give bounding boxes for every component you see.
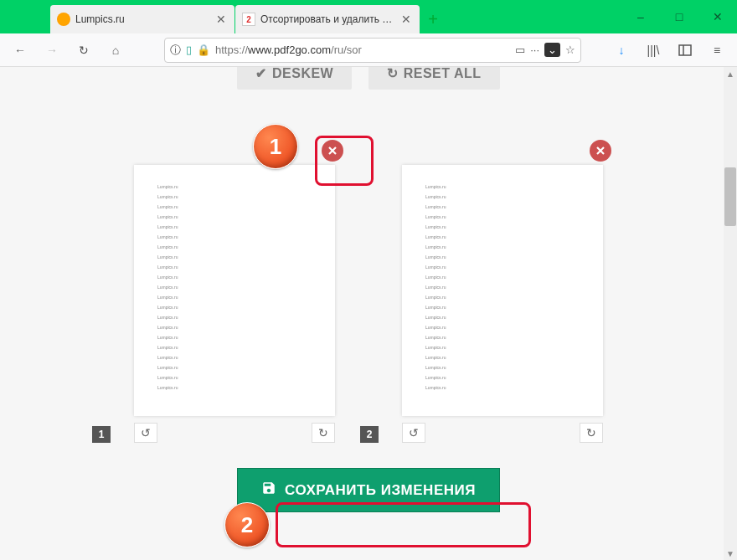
rotate-ccw-button[interactable]: ↺ (134, 423, 157, 443)
new-tab-button[interactable]: + (420, 5, 446, 33)
page-content: ▲ ▼ ✔ DESKEW ↻ RESET ALL 1 Lumpics.ruLum… (0, 67, 737, 560)
svg-rect-0 (679, 45, 691, 55)
forward-button[interactable]: → (39, 37, 65, 64)
rotate-ccw-button[interactable]: ↺ (402, 423, 425, 443)
favicon-pdf2go-icon: 2 (242, 13, 255, 26)
pocket-icon[interactable]: ⌄ (544, 43, 560, 57)
save-changes-button[interactable]: СОХРАНИТЬ ИЗМЕНЕНИЯ (237, 468, 500, 512)
delete-page-button[interactable] (322, 140, 343, 162)
bookmark-star-icon[interactable]: ☆ (565, 44, 575, 56)
rotate-cw-button[interactable]: ↻ (312, 423, 335, 443)
page-thumbnails-row: 1 Lumpics.ruLumpics.ruLumpics.ruLumpics.… (0, 165, 737, 443)
tab-pdf2go[interactable]: 2 Отсортировать и удалить — О... ✕ (235, 5, 420, 33)
refresh-icon: ↻ (387, 67, 399, 81)
url-text: https://www.pdf2go.com/ru/sor (215, 44, 510, 56)
close-window-button[interactable]: ✕ (698, 0, 737, 33)
page-preview: Lumpics.ruLumpics.ruLumpics.ruLumpics.ru… (402, 165, 603, 416)
save-disk-icon (261, 480, 276, 500)
minimize-button[interactable]: – (621, 0, 660, 33)
page-number-badge: 1 (92, 426, 111, 443)
delete-page-button[interactable] (590, 140, 611, 162)
page-thumbnail-2[interactable]: 2 Lumpics.ruLumpics.ruLumpics.ruLumpics.… (402, 165, 603, 443)
top-actions: ✔ DESKEW ↻ RESET ALL (0, 67, 737, 90)
lock-icon: 🔒 (197, 44, 210, 56)
tab-label: Отсортировать и удалить — О... (260, 13, 399, 25)
check-icon: ✔ (255, 67, 267, 81)
menu-button[interactable]: ≡ (704, 37, 730, 64)
favicon-orange-icon (57, 13, 70, 26)
callout-1: 1 (253, 124, 298, 169)
home-button[interactable]: ⌂ (102, 37, 129, 64)
tab-lumpics[interactable]: Lumpics.ru ✕ (50, 5, 234, 33)
site-info-icon[interactable]: ⓘ (170, 43, 181, 58)
deskew-label: DESKEW (272, 67, 333, 81)
callout-2: 2 (224, 502, 270, 547)
tab-label: Lumpics.ru (75, 13, 214, 25)
url-bar[interactable]: ⓘ ▯ 🔒 https://www.pdf2go.com/ru/sor ▭ ··… (164, 38, 581, 63)
reader-mode-icon[interactable]: ▭ (515, 44, 525, 56)
window-titlebar: Lumpics.ru ✕ 2 Отсортировать и удалить —… (0, 0, 737, 33)
reload-button[interactable]: ↻ (70, 37, 97, 64)
rotate-controls: ↺ ↻ (402, 423, 603, 443)
scroll-up-icon[interactable]: ▲ (724, 67, 737, 80)
tab-strip: Lumpics.ru ✕ 2 Отсортировать и удалить —… (0, 0, 621, 33)
tab-close-icon[interactable]: ✕ (399, 13, 413, 26)
page-number-badge: 2 (360, 426, 379, 443)
tracking-shield-icon[interactable]: ▯ (186, 44, 192, 56)
rotate-cw-button[interactable]: ↻ (580, 423, 603, 443)
reset-label: RESET ALL (404, 67, 482, 81)
back-button[interactable]: ← (7, 37, 34, 64)
scroll-down-icon[interactable]: ▼ (724, 547, 737, 560)
sidebar-toggle-button[interactable] (672, 37, 698, 64)
deskew-button[interactable]: ✔ DESKEW (237, 67, 352, 90)
tab-close-icon[interactable]: ✕ (214, 13, 228, 26)
page-preview: Lumpics.ruLumpics.ruLumpics.ruLumpics.ru… (134, 165, 335, 416)
rotate-controls: ↺ ↻ (134, 423, 335, 443)
downloads-button[interactable]: ↓ (608, 37, 635, 64)
library-button[interactable]: |||\ (640, 37, 667, 64)
save-row: СОХРАНИТЬ ИЗМЕНЕНИЯ (0, 468, 737, 512)
page-thumbnail-1[interactable]: 1 Lumpics.ruLumpics.ruLumpics.ruLumpics.… (134, 165, 335, 443)
reset-all-button[interactable]: ↻ RESET ALL (368, 67, 499, 90)
save-label: СОХРАНИТЬ ИЗМЕНЕНИЯ (285, 482, 476, 499)
page-actions-icon[interactable]: ··· (530, 44, 539, 56)
maximize-button[interactable]: □ (660, 0, 698, 33)
browser-toolbar: ← → ↻ ⌂ ⓘ ▯ 🔒 https://www.pdf2go.com/ru/… (0, 33, 737, 67)
window-controls: – □ ✕ (621, 0, 737, 33)
